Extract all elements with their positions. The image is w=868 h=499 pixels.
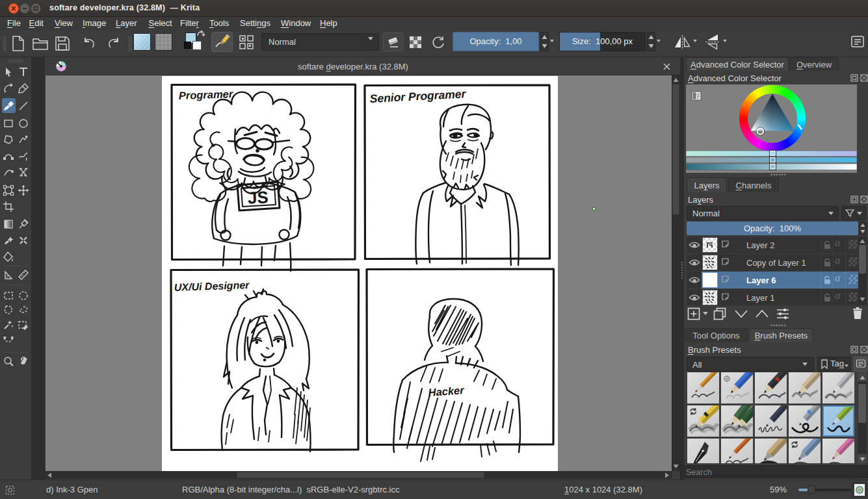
svg-text:UX/Ui Designer: UX/Ui Designer — [174, 279, 250, 293]
svg-text:JS: JS — [247, 187, 269, 207]
svg-text:Senior Programer: Senior Programer — [369, 87, 467, 105]
svg-text:Programer: Programer — [178, 88, 234, 101]
svg-text:Hacker: Hacker — [428, 384, 466, 398]
